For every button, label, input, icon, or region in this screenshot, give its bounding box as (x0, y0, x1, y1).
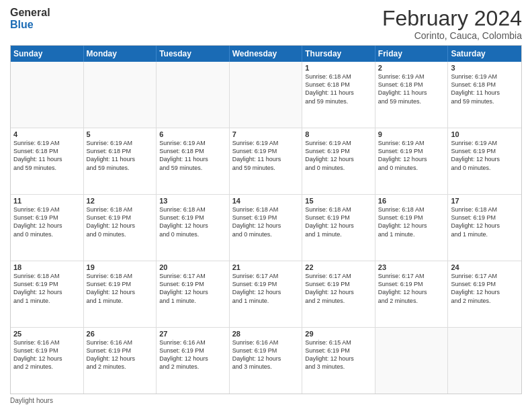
day-number: 25 (13, 330, 81, 338)
cell-info: Sunrise: 6:16 AM Sunset: 6:19 PM Dayligh… (13, 338, 81, 371)
day-number: 9 (378, 130, 445, 138)
cal-cell: 7Sunrise: 6:19 AM Sunset: 6:19 PM Daylig… (230, 128, 303, 194)
day-number: 20 (159, 263, 226, 271)
header-day-friday: Friday (375, 46, 449, 62)
week-row-3: 18Sunrise: 6:18 AM Sunset: 6:19 PM Dayli… (11, 261, 521, 328)
cal-cell: 25Sunrise: 6:16 AM Sunset: 6:19 PM Dayli… (11, 328, 84, 394)
logo: General Blue General Blue (10, 7, 50, 30)
week-row-4: 25Sunrise: 6:16 AM Sunset: 6:19 PM Dayli… (11, 328, 521, 394)
header-day-tuesday: Tuesday (157, 46, 230, 62)
logo-blue: Blue (10, 19, 50, 31)
header-day-thursday: Thursday (302, 46, 375, 62)
cal-cell: 10Sunrise: 6:19 AM Sunset: 6:19 PM Dayli… (448, 128, 521, 194)
header-day-saturday: Saturday (448, 46, 521, 62)
cell-info: Sunrise: 6:19 AM Sunset: 6:18 PM Dayligh… (159, 139, 226, 172)
cell-info: Sunrise: 6:18 AM Sunset: 6:19 PM Dayligh… (87, 205, 154, 238)
week-row-1: 4Sunrise: 6:19 AM Sunset: 6:18 PM Daylig… (11, 128, 521, 195)
cell-info: Sunrise: 6:18 AM Sunset: 6:19 PM Dayligh… (305, 205, 372, 238)
day-number: 15 (305, 197, 372, 205)
cal-cell: 28Sunrise: 6:16 AM Sunset: 6:19 PM Dayli… (230, 328, 303, 394)
cell-info: Sunrise: 6:16 AM Sunset: 6:19 PM Dayligh… (87, 338, 154, 371)
day-number: 18 (13, 263, 81, 271)
day-number: 11 (13, 197, 81, 205)
title-block: February 2024 Corinto, Cauca, Colombia (382, 7, 522, 41)
cal-cell: 19Sunrise: 6:18 AM Sunset: 6:19 PM Dayli… (84, 261, 157, 327)
cal-cell: 12Sunrise: 6:18 AM Sunset: 6:19 PM Dayli… (84, 195, 157, 261)
cell-info: Sunrise: 6:19 AM Sunset: 6:19 PM Dayligh… (451, 139, 519, 172)
day-number: 10 (451, 130, 519, 138)
day-number: 19 (87, 263, 154, 271)
calendar-header: SundayMondayTuesdayWednesdayThursdayFrid… (11, 46, 521, 62)
cal-cell (157, 62, 230, 128)
cell-info: Sunrise: 6:17 AM Sunset: 6:19 PM Dayligh… (378, 272, 445, 305)
month-title: February 2024 (382, 7, 522, 30)
cell-info: Sunrise: 6:15 AM Sunset: 6:19 PM Dayligh… (305, 338, 372, 371)
day-number: 28 (232, 330, 300, 338)
cal-cell: 11Sunrise: 6:19 AM Sunset: 6:19 PM Dayli… (11, 195, 84, 261)
day-number: 2 (378, 64, 445, 72)
day-number: 29 (305, 330, 372, 338)
cell-info: Sunrise: 6:18 AM Sunset: 6:19 PM Dayligh… (378, 205, 445, 238)
week-row-2: 11Sunrise: 6:19 AM Sunset: 6:19 PM Dayli… (11, 195, 521, 261)
cell-info: Sunrise: 6:19 AM Sunset: 6:19 PM Dayligh… (13, 205, 81, 238)
cal-cell: 5Sunrise: 6:19 AM Sunset: 6:18 PM Daylig… (84, 128, 157, 194)
day-number: 27 (159, 330, 226, 338)
cal-cell: 13Sunrise: 6:18 AM Sunset: 6:19 PM Dayli… (157, 195, 230, 261)
day-number: 3 (451, 64, 519, 72)
cal-cell (448, 328, 521, 394)
cell-info: Sunrise: 6:16 AM Sunset: 6:19 PM Dayligh… (232, 338, 300, 371)
day-number: 8 (305, 130, 372, 138)
cal-cell (11, 62, 84, 128)
day-number: 26 (87, 330, 154, 338)
location: Corinto, Cauca, Colombia (382, 30, 522, 41)
week-row-0: 1Sunrise: 6:18 AM Sunset: 6:18 PM Daylig… (11, 62, 521, 128)
cell-info: Sunrise: 6:18 AM Sunset: 6:18 PM Dayligh… (305, 73, 372, 105)
logo-general: General (10, 7, 50, 19)
cell-info: Sunrise: 6:19 AM Sunset: 6:19 PM Dayligh… (232, 139, 300, 172)
cell-info: Sunrise: 6:16 AM Sunset: 6:19 PM Dayligh… (159, 338, 226, 371)
cal-cell (84, 62, 157, 128)
cal-cell: 8Sunrise: 6:19 AM Sunset: 6:19 PM Daylig… (302, 128, 375, 194)
cell-info: Sunrise: 6:19 AM Sunset: 6:18 PM Dayligh… (378, 73, 445, 105)
cal-cell: 15Sunrise: 6:18 AM Sunset: 6:19 PM Dayli… (302, 195, 375, 261)
day-number: 21 (232, 263, 300, 271)
cal-cell: 26Sunrise: 6:16 AM Sunset: 6:19 PM Dayli… (84, 328, 157, 394)
footer-label: Daylight hours (10, 397, 53, 404)
header-day-sunday: Sunday (11, 46, 84, 62)
cell-info: Sunrise: 6:17 AM Sunset: 6:19 PM Dayligh… (451, 272, 519, 305)
cell-info: Sunrise: 6:17 AM Sunset: 6:19 PM Dayligh… (305, 272, 372, 305)
cal-cell: 4Sunrise: 6:19 AM Sunset: 6:18 PM Daylig… (11, 128, 84, 194)
cell-info: Sunrise: 6:18 AM Sunset: 6:19 PM Dayligh… (87, 272, 154, 305)
day-number: 5 (87, 130, 154, 138)
cal-cell: 22Sunrise: 6:17 AM Sunset: 6:19 PM Dayli… (302, 261, 375, 327)
cell-info: Sunrise: 6:18 AM Sunset: 6:19 PM Dayligh… (232, 205, 300, 238)
day-number: 4 (13, 130, 81, 138)
footer: Daylight hours (10, 397, 522, 404)
day-number: 1 (305, 64, 372, 72)
cal-cell: 24Sunrise: 6:17 AM Sunset: 6:19 PM Dayli… (448, 261, 521, 327)
cal-cell: 16Sunrise: 6:18 AM Sunset: 6:19 PM Dayli… (375, 195, 449, 261)
calendar-body: 1Sunrise: 6:18 AM Sunset: 6:18 PM Daylig… (11, 62, 521, 394)
cal-cell: 3Sunrise: 6:19 AM Sunset: 6:18 PM Daylig… (448, 62, 521, 128)
cal-cell (230, 62, 303, 128)
cell-info: Sunrise: 6:17 AM Sunset: 6:19 PM Dayligh… (232, 272, 300, 305)
cell-info: Sunrise: 6:19 AM Sunset: 6:18 PM Dayligh… (451, 73, 519, 105)
header: General Blue General Blue February 2024 … (10, 7, 522, 41)
calendar: SundayMondayTuesdayWednesdayThursdayFrid… (10, 45, 522, 394)
cal-cell: 17Sunrise: 6:18 AM Sunset: 6:19 PM Dayli… (448, 195, 521, 261)
day-number: 17 (451, 197, 519, 205)
cell-info: Sunrise: 6:18 AM Sunset: 6:19 PM Dayligh… (13, 272, 81, 305)
cell-info: Sunrise: 6:19 AM Sunset: 6:18 PM Dayligh… (13, 139, 81, 172)
day-number: 12 (87, 197, 154, 205)
day-number: 23 (378, 263, 445, 271)
cell-info: Sunrise: 6:17 AM Sunset: 6:19 PM Dayligh… (159, 272, 226, 305)
day-number: 16 (378, 197, 445, 205)
day-number: 7 (232, 130, 300, 138)
page: General Blue General Blue February 2024 … (0, 0, 532, 411)
day-number: 24 (451, 263, 519, 271)
cal-cell: 20Sunrise: 6:17 AM Sunset: 6:19 PM Dayli… (157, 261, 230, 327)
cal-cell: 29Sunrise: 6:15 AM Sunset: 6:19 PM Dayli… (302, 328, 375, 394)
cell-info: Sunrise: 6:18 AM Sunset: 6:19 PM Dayligh… (451, 205, 519, 238)
cal-cell: 14Sunrise: 6:18 AM Sunset: 6:19 PM Dayli… (230, 195, 303, 261)
cal-cell: 21Sunrise: 6:17 AM Sunset: 6:19 PM Dayli… (230, 261, 303, 327)
